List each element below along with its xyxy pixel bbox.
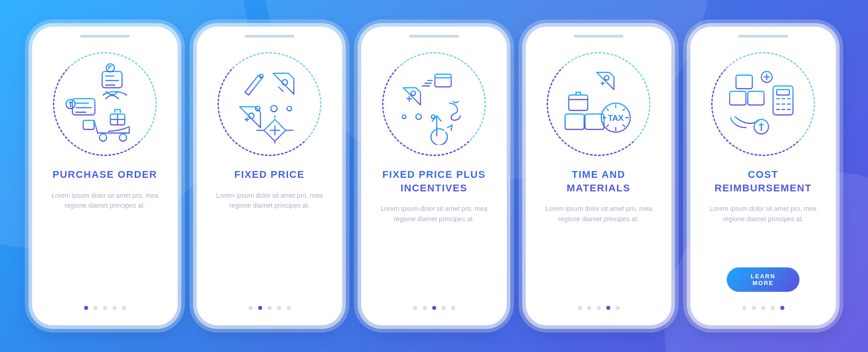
onboarding-card-fixed-price: FIXED PRICE Lorem ipsum dolor sit amet p… bbox=[197, 27, 342, 325]
pagination-dots[interactable] bbox=[742, 306, 784, 310]
pagination-dots[interactable] bbox=[249, 306, 291, 310]
time-materials-icon: TAX bbox=[547, 52, 651, 156]
card-description: Lorem ipsum dolor sit amet pro, mea regi… bbox=[197, 190, 342, 211]
onboarding-card-purchase-order: PURCHASE ORDER Lorem ipsum dolor sit ame… bbox=[32, 27, 178, 325]
onboarding-card-time-and-materials: TAX TIME AND MATERIALS Lorem ipsum dolor… bbox=[526, 27, 671, 325]
cost-reimbursement-icon bbox=[711, 52, 815, 156]
onboarding-card-fixed-price-plus-incentives: FIXED PRICE PLUS INCENTIVES Lorem ipsum … bbox=[361, 27, 507, 325]
fixed-price-icon bbox=[217, 52, 321, 156]
card-description: Lorem ipsum dolor sit amet pro, mea regi… bbox=[361, 204, 507, 224]
learn-more-button[interactable]: LEARN MORE bbox=[727, 267, 800, 292]
phone-notch bbox=[409, 35, 459, 38]
card-title: FIXED PRICE PLUS INCENTIVES bbox=[361, 168, 507, 195]
onboarding-card-cost-reimbursement: COST REIMBURSEMENT Lorem ipsum dolor sit… bbox=[690, 27, 836, 325]
pagination-dots[interactable] bbox=[578, 306, 620, 310]
phone-notch bbox=[574, 35, 623, 38]
phone-notch bbox=[738, 35, 788, 38]
card-description: Lorem ipsum dolor sit amet pro, mea regi… bbox=[526, 204, 671, 224]
carousel-stage: PURCHASE ORDER Lorem ipsum dolor sit ame… bbox=[0, 0, 868, 352]
incentives-icon bbox=[382, 52, 486, 156]
phone-notch bbox=[245, 35, 294, 38]
pagination-dots[interactable] bbox=[413, 306, 455, 310]
card-description: Lorem ipsum dolor sit amet pro, mea regi… bbox=[690, 204, 836, 224]
phone-notch bbox=[80, 35, 130, 38]
pagination-dots[interactable] bbox=[84, 306, 126, 310]
card-description: Lorem ipsum dolor sit amet pro, mea regi… bbox=[32, 190, 178, 211]
card-title: FIXED PRICE bbox=[222, 168, 317, 181]
purchase-order-icon bbox=[53, 52, 157, 156]
card-title: COST REIMBURSEMENT bbox=[690, 168, 836, 195]
card-title: TIME AND MATERIALS bbox=[526, 168, 671, 195]
card-title: PURCHASE ORDER bbox=[40, 168, 170, 181]
